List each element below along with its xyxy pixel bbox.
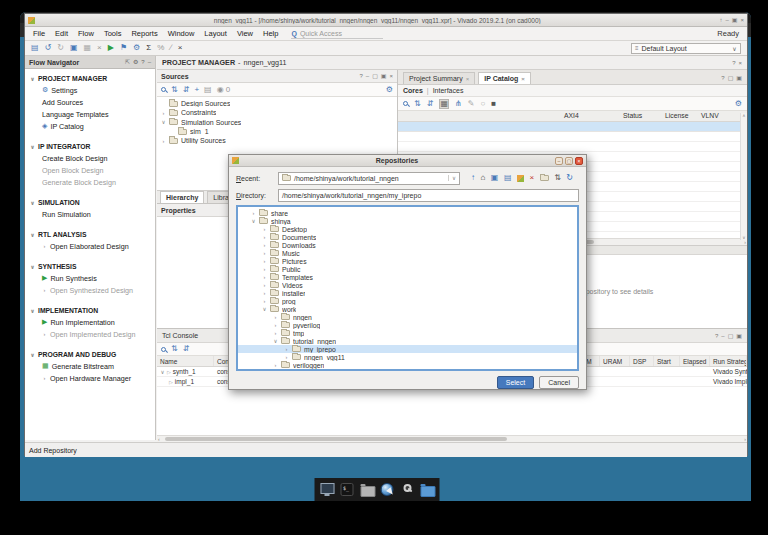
settings-gear-icon[interactable]: ⚙ bbox=[133, 44, 140, 52]
settings-gear-icon[interactable]: ⚙ bbox=[386, 86, 393, 94]
tree-item-sim-1[interactable]: sim_1 bbox=[157, 127, 397, 136]
percent-icon[interactable]: % bbox=[157, 44, 164, 52]
fnav-item-ip-catalog[interactable]: ◈IP Catalog bbox=[25, 120, 155, 132]
maximize-icon[interactable]: ▢ bbox=[372, 73, 378, 79]
expand-all-icon[interactable]: ⇵ bbox=[427, 100, 434, 108]
float-icon[interactable]: ▣ bbox=[736, 75, 742, 81]
column-license[interactable]: License bbox=[665, 112, 688, 119]
tab-project-summary[interactable]: Project Summary× bbox=[403, 72, 475, 84]
delete-icon[interactable]: × bbox=[529, 174, 534, 182]
menu-window[interactable]: Window bbox=[163, 29, 200, 38]
delete-icon[interactable]: × bbox=[97, 44, 102, 52]
tree-item-music[interactable]: ›Music bbox=[238, 249, 577, 257]
column-vlnv[interactable]: VLNV bbox=[701, 112, 719, 119]
group-by-icon[interactable]: ▦ bbox=[439, 99, 449, 109]
fnav-section-rtl-analysis[interactable]: ∨RTL ANALYSIS bbox=[25, 229, 155, 240]
tab-cores[interactable]: Cores bbox=[403, 87, 423, 94]
tree-item-nngen[interactable]: ›nngen bbox=[238, 313, 577, 321]
fnav-item-open-hardware-manager[interactable]: ›Open Hardware Manager bbox=[25, 372, 155, 384]
expand-all-icon[interactable]: ⇵ bbox=[183, 86, 190, 94]
open-file-icon[interactable]: ▤ bbox=[204, 86, 212, 94]
show-hidden-icon[interactable]: ⇅ bbox=[554, 174, 561, 182]
layout-selector[interactable]: ≡ Default Layout ∨ bbox=[631, 43, 741, 54]
minimize-icon[interactable]: – bbox=[366, 73, 369, 79]
quick-access-input[interactable]: Q Quick Access bbox=[291, 29, 383, 39]
tree-item-videos[interactable]: ›Videos bbox=[238, 281, 577, 289]
fnav-item-add-sources[interactable]: Add Sources bbox=[25, 96, 155, 108]
tree-item-design-sources[interactable]: Design Sources bbox=[157, 99, 397, 108]
column-uram[interactable]: URAM bbox=[600, 356, 630, 366]
tree-item-desktop[interactable]: ›Desktop bbox=[238, 225, 577, 233]
menu-flow[interactable]: Flow bbox=[73, 29, 99, 38]
float-icon[interactable]: ▣ bbox=[736, 333, 742, 339]
fnav-item-run-simulation[interactable]: Run Simulation bbox=[25, 208, 155, 220]
home-icon[interactable]: ⌂ bbox=[481, 174, 486, 182]
missing-sources-badge[interactable]: ◉ 0 bbox=[217, 86, 231, 94]
tree-item-constraints[interactable]: ›Constraints bbox=[157, 108, 397, 117]
tree-item-veriloggen[interactable]: ›veriloggen bbox=[238, 361, 577, 369]
menu-layout[interactable]: Layout bbox=[199, 29, 232, 38]
tab-interfaces[interactable]: Interfaces bbox=[433, 87, 464, 94]
slash-icon[interactable]: ∕ bbox=[170, 44, 171, 52]
stop-icon[interactable]: ■ bbox=[491, 100, 496, 108]
column-status[interactable]: Status bbox=[623, 112, 642, 119]
column-elapsed[interactable]: Elapsed bbox=[680, 356, 710, 366]
close-window-icon[interactable]: × bbox=[740, 17, 744, 23]
tree-item-downloads[interactable]: ›Downloads bbox=[238, 241, 577, 249]
select-button[interactable]: Select bbox=[497, 376, 534, 389]
home-folder-icon[interactable] bbox=[359, 481, 376, 498]
help-icon[interactable]: ? bbox=[732, 60, 735, 66]
minimize-dialog-icon[interactable]: – bbox=[555, 157, 563, 165]
search-magnifier-icon[interactable] bbox=[399, 481, 416, 498]
save-icon[interactable]: ▤ bbox=[31, 44, 39, 52]
gear-icon[interactable]: ⚙ bbox=[133, 59, 138, 65]
terminal-icon[interactable]: $_ bbox=[339, 481, 356, 498]
close-dialog-icon[interactable]: × bbox=[575, 157, 583, 165]
paste-icon[interactable]: ▦ bbox=[84, 44, 92, 52]
recent-dropdown[interactable]: /home/shinya/work/tutorial_nngen ∨ bbox=[278, 172, 460, 185]
search-icon[interactable] bbox=[161, 347, 166, 352]
fnav-section-synthesis[interactable]: ∨SYNTHESIS bbox=[25, 261, 155, 272]
new-folder-icon[interactable] bbox=[540, 175, 549, 181]
maximize-window-icon[interactable]: ▣ bbox=[732, 17, 738, 23]
tree-item-documents[interactable]: ›Documents bbox=[238, 233, 577, 241]
fnav-section-implementation[interactable]: ∨IMPLEMENTATION bbox=[25, 305, 155, 316]
tree-item-nngen-vgg11[interactable]: ›nngen_vgg11 bbox=[238, 353, 577, 361]
refresh-icon[interactable]: ↻ bbox=[566, 174, 573, 182]
column-axi4[interactable]: AXI4 bbox=[564, 112, 579, 119]
float-window-icon[interactable]: ↑ bbox=[719, 17, 722, 23]
ip-catalog-vscrollbar[interactable]: ∧∨ bbox=[740, 113, 747, 240]
vivado-titlebar[interactable]: nngen_vgg11 - [/home/shinya/work/tutoria… bbox=[25, 14, 747, 27]
menu-edit[interactable]: Edit bbox=[50, 29, 73, 38]
tree-branch-icon[interactable]: ⋔ bbox=[455, 100, 462, 108]
cancel-x-icon[interactable]: × bbox=[178, 44, 183, 52]
copy-icon[interactable]: ▣ bbox=[70, 44, 78, 52]
tab-tcl-console[interactable]: Tcl Console bbox=[162, 332, 198, 339]
tree-item-my-iprepo[interactable]: ›my_iprepo bbox=[238, 345, 577, 353]
tree-item-simulation-sources[interactable]: ∨Simulation Sources bbox=[157, 118, 397, 127]
tree-item-pyverilog[interactable]: ›pyverilog bbox=[238, 321, 577, 329]
menu-tools[interactable]: Tools bbox=[99, 29, 127, 38]
fnav-item-language-templates[interactable]: Language Templates bbox=[25, 108, 155, 120]
help-icon[interactable]: ? bbox=[359, 73, 362, 79]
pin-panel-icon[interactable]: ⇱ bbox=[125, 59, 130, 65]
tree-item-tmp[interactable]: ›tmp bbox=[238, 329, 577, 337]
dialog-titlebar[interactable]: Repositories –▢× bbox=[229, 155, 586, 167]
runs-hscrollbar[interactable]: ‹ › bbox=[157, 435, 747, 442]
tree-item-public[interactable]: ›Public bbox=[238, 265, 577, 273]
column-name[interactable]: Name bbox=[157, 356, 214, 366]
directory-input[interactable]: /home/shinya/work/tutorial_nngen/my_ipre… bbox=[278, 189, 579, 202]
collapse-all-icon[interactable]: ⇅ bbox=[414, 100, 421, 108]
tree-item-utility-sources[interactable]: ›Utility Sources bbox=[157, 136, 397, 145]
browser-globe-icon[interactable] bbox=[379, 481, 396, 498]
collapse-all-icon[interactable]: ⇅ bbox=[171, 86, 178, 94]
settings-gear-icon[interactable]: ⚙ bbox=[735, 100, 742, 108]
fnav-item-generate-bitstream[interactable]: ▦Generate Bitstream bbox=[25, 360, 155, 372]
fnav-item-run-synthesis[interactable]: ▶Run Synthesis bbox=[25, 272, 155, 284]
fnav-section-project-manager[interactable]: ∨PROJECT MANAGER bbox=[25, 73, 155, 84]
vivado-project-icon[interactable] bbox=[517, 175, 524, 182]
desktop-icon[interactable]: ▣ bbox=[491, 174, 499, 182]
minimize-icon[interactable]: – bbox=[721, 333, 724, 339]
tree-item-installer[interactable]: ›installer bbox=[238, 289, 577, 297]
tree-item-templates[interactable]: ›Templates bbox=[238, 273, 577, 281]
